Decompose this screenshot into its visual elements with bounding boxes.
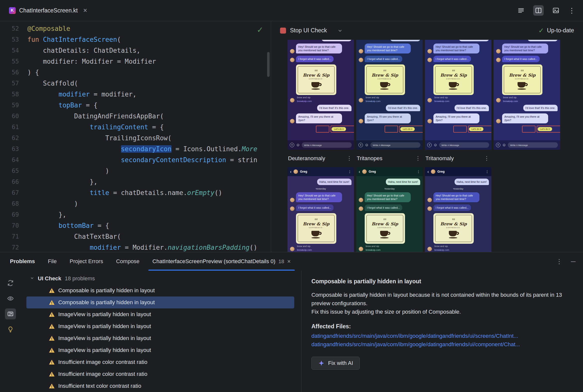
code-editor[interactable]: 52@Composable53fun ChatInterfaceScreen(5… [0,21,271,252]
add-attachment-icon[interactable]: + [427,143,432,147]
code-text: @Composable [27,23,70,34]
back-icon[interactable]: ‹ [290,170,292,174]
problem-row[interactable]: ImageView is partially hidden in layout [26,320,294,332]
message-input[interactable]: Write A Message [508,142,558,148]
message-input[interactable]: Write A Message [302,142,352,148]
tab-compose[interactable]: Compose [110,252,146,270]
code-line[interactable]: 65 ) [0,166,271,176]
brew-sip-title: Brew & Sip [440,222,467,226]
problem-row[interactable]: Insufficient image color contrast ratio [26,368,294,380]
preview-phone[interactable]: ‹Greg⋮Haha, next time for sure!Yesterday… [425,167,491,252]
add-attachment-icon[interactable]: + [290,143,294,147]
code-line[interactable]: 59 topBar = { [0,100,271,111]
more-options-icon[interactable]: ⋮ [485,170,489,174]
editor-tab[interactable]: K ChatInterfaceScreen.kt × [7,0,90,21]
code-line[interactable]: 55 modifier: Modifier = Modifier [0,56,271,67]
split-editor-icon[interactable] [533,5,544,16]
more-options-icon[interactable]: ⋮ [568,6,575,15]
stop-ui-check-button[interactable]: Stop UI Check [280,27,327,34]
emoji-icon[interactable]: ☺ [433,143,437,147]
affected-file-link[interactable]: datingandfriends/src/main/java/com/ibm/g… [312,340,573,349]
message-input[interactable]: Write A Message [370,142,420,148]
code-line[interactable]: 67 title = chatDetails.name.orEmpty() [0,187,271,198]
code-line[interactable]: 53fun ChatInterfaceScreen( [0,34,271,45]
problem-row[interactable]: ImageView is partially hidden in layout [26,332,294,344]
minimize-panel-icon[interactable]: ─ [571,258,575,266]
emoji-icon[interactable]: ☺ [502,143,506,147]
code-line[interactable]: 56) { [0,67,271,78]
add-attachment-icon[interactable]: + [496,143,500,147]
code-line[interactable]: 63 secondaryIcon = Icons.Outlined.More [0,144,271,154]
tab-preview-ui-check[interactable]: ChatInterfaceScreenPreview (sortedChatDe… [146,252,297,270]
code-line[interactable]: 58 modifier = modifier, [0,89,271,100]
back-icon[interactable]: ‹ [427,170,429,174]
inspections-ok-icon[interactable]: ✓ [257,25,263,34]
close-tab-icon[interactable]: × [83,7,87,14]
problem-row[interactable]: Composable is partially hidden in layout [26,284,294,296]
open-files-list-icon[interactable] [516,5,526,16]
problem-row[interactable]: Insufficient text color contrast ratio [26,380,294,392]
coffee-steam-icon [383,217,387,221]
warning-icon [49,348,55,353]
code-line[interactable]: 57 Scaffold( [0,78,271,89]
message-input[interactable]: Write A Message [439,142,489,148]
problem-row[interactable]: ImageView is partially hidden in layout [26,344,294,356]
emoji-icon[interactable]: ☺ [296,143,300,147]
affected-file-link[interactable]: datingandfriends/src/main/java/com/ibm/g… [312,332,573,340]
more-options-icon[interactable]: ⋮ [556,258,562,266]
preview-visibility-icon[interactable] [5,293,16,304]
preview-phone[interactable]: Hey! Should we go to that cafe you menti… [494,40,560,150]
suggestion-chip[interactable]: Let's do it [469,127,483,131]
rerun-check-icon[interactable] [5,278,16,288]
more-options-icon[interactable]: ⋮ [347,155,352,162]
preview-phone[interactable]: ‹Greg⋮Haha, next time for sure!Yesterday… [287,167,354,252]
preview-phone[interactable]: Hey! Should we go to that cafe you menti… [425,40,491,150]
add-attachment-icon[interactable]: + [359,143,363,147]
code-line[interactable]: 62 TrailingIconsRow( [0,132,271,144]
suggestion-chip[interactable]: Let's do it [332,127,346,131]
back-icon[interactable]: ‹ [359,170,360,174]
more-options-icon[interactable]: ⋮ [415,155,421,162]
preview-phone[interactable]: Hey! Should we go to that cafe you menti… [287,40,354,150]
code-line[interactable]: 68 ) [0,198,271,209]
code-line[interactable]: 52@Composable [0,23,271,34]
tab-file[interactable]: File [41,252,63,270]
avatar [427,198,432,202]
code-line[interactable]: 64 secondaryContentDescription = strin [0,154,271,166]
issue-bounds-box: Let's do it [537,126,560,132]
lightbulb-icon[interactable] [5,324,16,335]
more-options-icon[interactable]: ⋮ [417,170,420,174]
code-line[interactable]: 66 }, [0,176,271,187]
link-title: brew and sip [365,96,405,99]
emoji-icon[interactable]: ☺ [365,143,369,147]
problem-row[interactable]: ImageView is partially hidden in layout [26,308,294,320]
code-line[interactable]: 61 trailingContent = { [0,122,271,132]
chevron-down-icon[interactable] [337,28,343,33]
suggestion-chip[interactable]: Let's do it [538,127,552,131]
editor-scrollbar[interactable] [267,52,269,77]
more-options-icon[interactable]: ⋮ [348,170,352,174]
close-tab-icon[interactable]: × [287,258,291,265]
more-options-icon[interactable]: ⋮ [484,155,489,162]
tab-problems[interactable]: Problems [4,252,41,270]
code-line[interactable]: 71 ChatTextBar( [0,231,271,242]
code-line[interactable]: 72 modifier = Modifier.navigationBarsPad… [0,242,271,252]
preview-phone[interactable]: ‹Greg⋮Haha, next time for sure!Yesterday… [356,167,423,252]
preview-image-icon[interactable] [551,5,561,16]
preview-phone[interactable]: Hey! Should we go to that cafe you menti… [356,40,423,150]
code-line[interactable]: 60 DatingAndFriendsAppBar( [0,111,271,122]
preview-content: Hey! Should we go to that cafe you menti… [271,40,583,252]
problems-group-header[interactable]: UI Check 18 problems [21,272,301,284]
problem-label: Insufficient image color contrast ratio [58,359,147,366]
code-line[interactable]: 69 }, [0,209,271,220]
code-line[interactable]: 54 chatDetails: ChatDetails, [0,45,271,56]
chevron-down-icon[interactable] [30,275,34,282]
line-number: 70 [0,220,27,231]
problem-row[interactable]: Composable is partially hidden in layout [26,296,294,308]
suggestion-chip[interactable]: Let's do it [400,127,415,131]
code-line[interactable]: 70 bottomBar = { [0,220,271,231]
fix-with-ai-button[interactable]: Fix with AI [312,357,360,370]
details-view-icon[interactable] [5,308,16,319]
tab-project-errors[interactable]: Project Errors [63,252,110,270]
problem-row[interactable]: Insufficient image color contrast ratio [26,356,294,368]
